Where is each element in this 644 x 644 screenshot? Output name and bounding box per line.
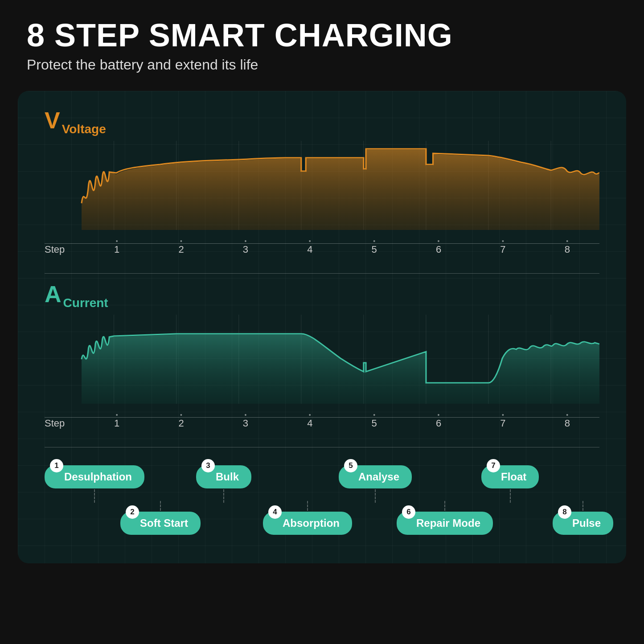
step-8-pill: 8 Pulse bbox=[553, 512, 613, 535]
voltage-step-axis: Step 1 2 3 4 5 6 7 8 bbox=[45, 243, 599, 260]
voltage-section: V Voltage bbox=[45, 109, 599, 260]
current-step-5: 5 bbox=[372, 418, 377, 429]
voltage-chart bbox=[45, 141, 599, 239]
step-6-connector-top bbox=[444, 501, 445, 511]
steps-legend: 1 Desulphation 2 Soft Start 3 Bulk bbox=[45, 456, 599, 546]
step-2-wrap: 2 Soft Start bbox=[120, 501, 201, 535]
step-5-wrap: 5 Analyse bbox=[339, 465, 412, 503]
step-3-label: Bulk bbox=[216, 471, 239, 483]
step-3-wrap: 3 Bulk bbox=[196, 465, 251, 503]
step-5-num: 5 bbox=[344, 459, 357, 472]
current-step-8: 8 bbox=[565, 418, 570, 429]
main-title: 8 STEP SMART CHARGING bbox=[27, 18, 617, 53]
step-8-label: Pulse bbox=[572, 517, 601, 529]
step-4-label: Absorption bbox=[283, 517, 340, 529]
page: 8 STEP SMART CHARGING Protect the batter… bbox=[0, 0, 644, 644]
voltage-text: Voltage bbox=[62, 122, 106, 136]
step-2-connector-top bbox=[160, 501, 161, 511]
step-7-pill: 7 Float bbox=[481, 465, 539, 488]
current-section: A Current bbox=[45, 283, 599, 434]
step-8-connector-top bbox=[582, 501, 583, 511]
step-1-wrap: 1 Desulphation bbox=[45, 465, 144, 503]
step-3-pill: 3 Bulk bbox=[196, 465, 251, 488]
step-2-num: 2 bbox=[126, 505, 139, 519]
step-8-num: 8 bbox=[558, 505, 571, 519]
step-5-connector bbox=[375, 489, 376, 503]
step-1-num: 1 bbox=[50, 459, 63, 472]
current-step-1: 1 bbox=[114, 418, 119, 429]
step-1-pill: 1 Desulphation bbox=[45, 465, 144, 488]
current-chart bbox=[45, 315, 599, 413]
step-5-pill: 5 Analyse bbox=[339, 465, 412, 488]
step-7-label: Float bbox=[501, 471, 526, 483]
step-4-num: 4 bbox=[268, 505, 282, 519]
step-4-wrap: 4 Absorption bbox=[263, 501, 352, 535]
voltage-step-label: Step bbox=[45, 244, 85, 255]
step-6-num: 6 bbox=[402, 505, 415, 519]
voltage-step-8: 8 bbox=[565, 244, 570, 255]
step-7-connector bbox=[510, 489, 511, 503]
step-4-pill: 4 Absorption bbox=[263, 512, 352, 535]
voltage-step-1: 1 bbox=[114, 244, 119, 255]
step-2-label: Soft Start bbox=[140, 517, 188, 529]
current-text: Current bbox=[63, 296, 108, 310]
current-step-4: 4 bbox=[307, 418, 312, 429]
current-letter: A bbox=[45, 283, 62, 306]
step-6-label: Repair Mode bbox=[416, 517, 480, 529]
current-step-6: 6 bbox=[436, 418, 441, 429]
step-7-wrap: 7 Float bbox=[481, 465, 539, 503]
current-step-axis: Step 1 2 3 4 5 6 7 8 bbox=[45, 417, 599, 434]
step-8-wrap: 8 Pulse bbox=[553, 501, 613, 535]
step-1-connector bbox=[94, 489, 95, 503]
step-6-pill: 6 Repair Mode bbox=[397, 512, 493, 535]
current-label: A Current bbox=[45, 283, 599, 310]
voltage-step-5: 5 bbox=[372, 244, 377, 255]
step-2-pill: 2 Soft Start bbox=[120, 512, 201, 535]
voltage-step-7: 7 bbox=[500, 244, 505, 255]
current-svg bbox=[45, 315, 599, 413]
voltage-letter: V bbox=[45, 109, 60, 132]
step-1-label: Desulphation bbox=[64, 471, 132, 483]
voltage-label: V Voltage bbox=[45, 109, 599, 136]
step-3-connector bbox=[223, 489, 224, 503]
step-3-num: 3 bbox=[201, 459, 215, 472]
voltage-step-2: 2 bbox=[178, 244, 184, 255]
voltage-step-6: 6 bbox=[436, 244, 441, 255]
step-6-wrap: 6 Repair Mode bbox=[397, 501, 493, 535]
legend-divider bbox=[45, 447, 599, 447]
main-panel: V Voltage bbox=[18, 91, 626, 563]
header: 8 STEP SMART CHARGING Protect the batter… bbox=[0, 0, 644, 82]
current-step-3: 3 bbox=[243, 418, 248, 429]
current-step-7: 7 bbox=[500, 418, 505, 429]
voltage-svg bbox=[45, 141, 599, 239]
step-4-connector-top bbox=[307, 501, 308, 511]
step-5-label: Analyse bbox=[358, 471, 399, 483]
voltage-step-4: 4 bbox=[307, 244, 312, 255]
current-step-2: 2 bbox=[178, 418, 184, 429]
voltage-step-numbers: 1 2 3 4 5 6 7 8 bbox=[85, 244, 599, 255]
subtitle: Protect the battery and extend its life bbox=[27, 57, 617, 73]
step-7-num: 7 bbox=[487, 459, 500, 472]
chart-divider bbox=[45, 273, 599, 274]
current-step-numbers: 1 2 3 4 5 6 7 8 bbox=[85, 418, 599, 429]
current-step-label: Step bbox=[45, 418, 85, 429]
voltage-step-3: 3 bbox=[243, 244, 248, 255]
